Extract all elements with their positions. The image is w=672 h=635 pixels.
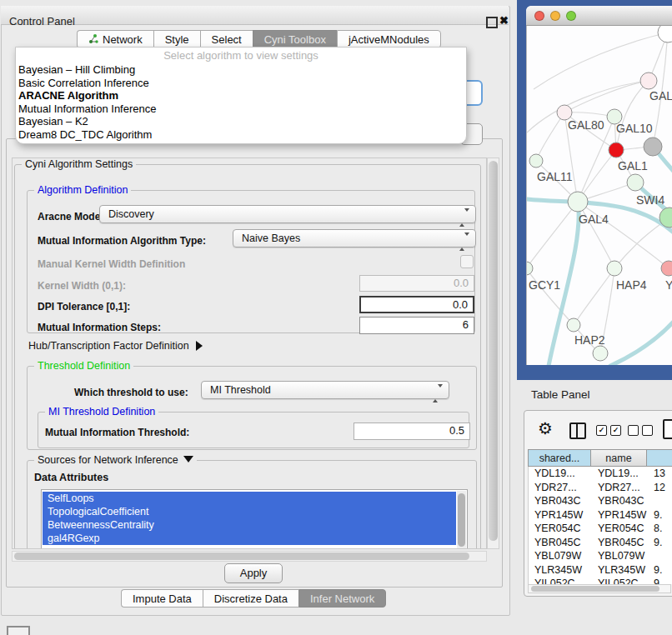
checked-box-icon: ✓ [610, 425, 621, 436]
network-node-gal11[interactable] [529, 154, 543, 168]
mi-steps-field[interactable]: 6 [359, 317, 474, 334]
network-node-hap2[interactable] [567, 318, 580, 332]
table-panel-box: ⚙ ✓✓ shared...name YDL19...YDL19...13YDR… [524, 410, 672, 597]
tab-cyni-toolbox[interactable]: Cyni Toolbox [253, 30, 337, 48]
aracne-mode-select[interactable]: Discovery [99, 205, 476, 223]
tab-jactivemnodules[interactable]: jActiveMNodules [337, 30, 441, 48]
corner-widget-icon[interactable] [7, 626, 30, 635]
checked-columns-icon[interactable]: ✓✓ [596, 425, 621, 436]
table-row[interactable]: YBR045CYBR045C9. [529, 536, 672, 550]
network-node[interactable] [593, 346, 608, 361]
algorithm-option-dream8-dc-tdc-algorithm[interactable]: Dream8 DC_TDC Algorithm [16, 128, 466, 142]
close-traffic-light[interactable] [534, 11, 544, 21]
table-row[interactable]: YDR27...YDR27...12 [529, 481, 672, 495]
expand-arrow-icon[interactable] [196, 341, 203, 351]
table-row[interactable]: YDL19...YDL19...13 [529, 467, 672, 481]
close-panel-icon[interactable]: ✖ [499, 14, 509, 27]
manual-kernel-checkbox[interactable] [460, 255, 474, 268]
table-row[interactable]: YLR345WYLR345W9. [529, 563, 672, 578]
network-node[interactable] [658, 26, 672, 42]
network-node-y[interactable] [661, 261, 672, 276]
data-attributes-list[interactable]: SelfLoopsTopologicalCoefficientBetweenne… [41, 489, 468, 549]
apply-button[interactable]: Apply [224, 563, 283, 583]
table-header-row: shared...name [528, 449, 672, 467]
column-header-2[interactable] [647, 449, 672, 467]
tab-network[interactable]: Network [77, 30, 153, 48]
tab-label: Impute Data [133, 590, 192, 608]
node-label: GAL80 [568, 118, 604, 132]
scrollbar-thumb[interactable] [531, 586, 659, 592]
network-node[interactable] [644, 138, 662, 156]
table-cell: YDR27... [592, 481, 648, 495]
which-threshold-select[interactable]: MI Threshold [201, 381, 449, 399]
scrollbar-thumb[interactable] [489, 161, 498, 541]
table-row[interactable]: YIL052CYIL052C9 [529, 577, 672, 584]
network-edge[interactable] [536, 112, 564, 161]
algorithm-option-basic-correlation-inference[interactable]: Basic Correlation Inference [16, 77, 466, 90]
bottom-tab-impute-data[interactable]: Impute Data [121, 589, 203, 608]
vertical-scrollbar[interactable] [487, 158, 499, 549]
table-row[interactable]: YPR145WYPR145W9. [529, 508, 672, 522]
float-panel-icon[interactable] [486, 17, 498, 28]
attribute-item-topologicalcoefficient[interactable]: TopologicalCoefficient [43, 505, 456, 518]
bottom-tab-infer-network[interactable]: Infer Network [298, 589, 386, 608]
table-cell: YBR043C [529, 494, 592, 508]
network-node-gcy1[interactable] [527, 262, 533, 275]
unchecked-box-icon [628, 425, 639, 436]
table-cell: 9 [648, 577, 672, 584]
dpi-tolerance-field[interactable]: 0.0 [359, 296, 474, 313]
network-node-gal1[interactable] [609, 142, 624, 158]
control-panel-titlebar[interactable]: Control Panel ✖ [1, 6, 509, 25]
collapse-arrow-icon[interactable] [183, 456, 193, 462]
network-node-gal4[interactable] [568, 192, 588, 212]
table-row[interactable]: YER054CYER054C8. [529, 522, 672, 536]
column-header-name[interactable]: name [591, 449, 647, 467]
tab-label: Infer Network [310, 590, 374, 608]
network-node-gal[interactable] [640, 72, 657, 89]
table-row[interactable]: YBL079WYBL079W [529, 549, 672, 563]
network-edge[interactable] [527, 202, 578, 268]
table-cell: YIL052C [529, 577, 592, 584]
table-cell: YIL052C [592, 577, 648, 584]
column-header-shared[interactable]: shared... [528, 449, 591, 467]
algorithm-option-bayesian-k2[interactable]: Bayesian – K2 [16, 115, 466, 128]
table-cell: 13 [648, 467, 672, 481]
table-cell: 9. [648, 508, 672, 522]
mi-type-select[interactable]: Naive Bayes [233, 229, 476, 248]
document-icon[interactable] [663, 419, 672, 439]
list-scrollbar[interactable] [457, 491, 466, 549]
network-canvas[interactable]: GALGAL80GAL10GAL1GAL11SWI4GAL4GCY1HAP4YH… [526, 26, 672, 365]
kernel-width-field[interactable]: 0.0 [359, 275, 474, 292]
zoom-traffic-light[interactable] [566, 11, 576, 21]
algorithm-option-mutual-information-inference[interactable]: Mutual Information Inference [16, 102, 466, 116]
network-node-swi4[interactable] [627, 174, 644, 191]
hub-definition-toggle[interactable]: Hub/Transcription Factor Definition [28, 340, 203, 352]
table-panel-title: Table Panel [531, 388, 590, 401]
attribute-item-selfloops[interactable]: SelfLoops [43, 492, 456, 505]
algorithm-option-bayesian-hill-climbing[interactable]: Bayesian – Hill Climbing [16, 63, 466, 77]
network-edge[interactable] [564, 81, 649, 112]
split-columns-icon[interactable] [569, 422, 586, 439]
network-node-hap4[interactable] [607, 261, 622, 276]
bottom-tab-discretize-data[interactable]: Discretize Data [203, 589, 298, 608]
mi-threshold-field[interactable]: 0.5 [354, 422, 470, 440]
scrollbar-thumb[interactable] [458, 493, 465, 547]
attribute-item-betweennesscentrality[interactable]: BetweennessCentrality [43, 518, 456, 532]
network-window-titlebar[interactable] [526, 6, 672, 26]
attribute-item-gal4rgexp[interactable]: gal4RGexp [43, 532, 456, 545]
tab-label: Network [103, 31, 143, 48]
table-horizontal-scrollbar[interactable] [528, 584, 671, 593]
network-view-window[interactable]: GALGAL80GAL10GAL1GAL11SWI4GAL4GCY1HAP4YH… [526, 6, 672, 365]
tab-style[interactable]: Style [153, 30, 200, 48]
network-edge[interactable] [578, 202, 614, 268]
network-edge[interactable] [574, 268, 614, 325]
tab-select[interactable]: Select [200, 30, 253, 48]
unchecked-columns-icon[interactable] [628, 425, 653, 436]
table-row[interactable]: YBR043CYBR043C [529, 494, 672, 508]
gear-icon[interactable]: ⚙ [538, 418, 553, 438]
algorithm-option-aracne-algorithm[interactable]: ARACNE Algorithm [16, 89, 466, 102]
scrollbar-thumb[interactable] [14, 552, 469, 560]
network-edge-highlighted[interactable] [610, 316, 672, 365]
horizontal-scrollbar[interactable] [12, 551, 487, 562]
minimize-traffic-light[interactable] [550, 11, 560, 21]
